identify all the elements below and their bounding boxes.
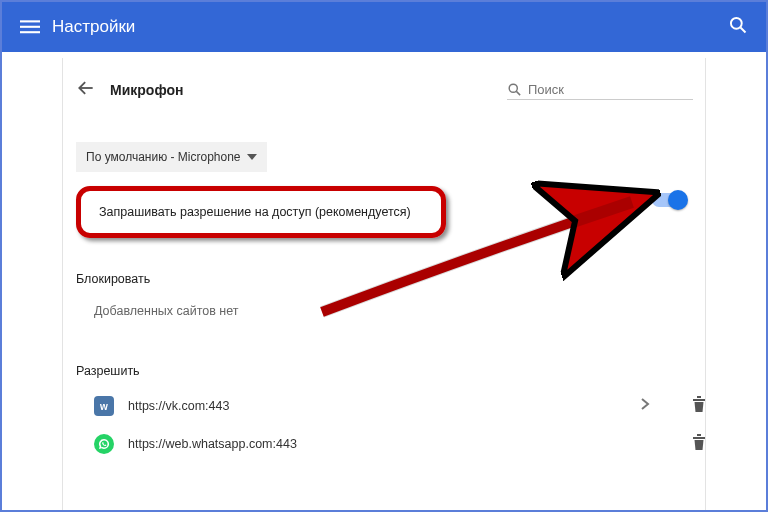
delete-icon[interactable] (692, 434, 706, 454)
app-bar: Настройки (2, 2, 766, 52)
ask-permission-label: Запрашивать разрешение на доступ (рекоме… (99, 205, 411, 219)
microphone-device-dropdown[interactable]: По умолчанию - Microphone (76, 142, 267, 172)
svg-rect-12 (697, 434, 701, 436)
site-url: https://vk.com:443 (128, 399, 632, 413)
allowed-site-row: w https://vk.com:443 (76, 396, 706, 416)
dropdown-label: По умолчанию - Microphone (86, 150, 241, 164)
svg-rect-2 (20, 31, 40, 33)
ask-permission-row: Запрашивать разрешение на доступ (рекоме… (76, 186, 446, 238)
chevron-right-icon[interactable] (640, 397, 650, 415)
app-bar-title: Настройки (52, 17, 135, 37)
allow-heading: Разрешить (76, 364, 706, 378)
back-arrow-icon[interactable] (76, 78, 96, 102)
block-heading: Блокировать (76, 272, 706, 286)
whatsapp-icon (94, 434, 114, 454)
svg-rect-0 (20, 20, 40, 22)
search-icon (507, 82, 522, 97)
divider (705, 58, 706, 510)
caret-down-icon (247, 152, 257, 162)
divider (62, 58, 63, 510)
svg-rect-11 (693, 437, 705, 439)
svg-rect-10 (697, 396, 701, 398)
search-icon[interactable] (728, 15, 748, 39)
ask-permission-toggle[interactable] (652, 193, 686, 207)
search-field[interactable] (507, 80, 693, 100)
delete-icon[interactable] (692, 396, 706, 416)
svg-line-6 (516, 91, 520, 95)
svg-rect-1 (20, 26, 40, 28)
svg-marker-8 (247, 154, 257, 160)
menu-icon[interactable] (20, 17, 40, 37)
toggle-knob (668, 190, 688, 210)
svg-point-3 (731, 18, 742, 29)
block-empty-text: Добавленных сайтов нет (94, 304, 706, 318)
svg-rect-9 (693, 399, 705, 401)
site-url: https://web.whatsapp.com:443 (128, 437, 632, 451)
allowed-site-row: https://web.whatsapp.com:443 (76, 434, 706, 454)
page-title: Микрофон (110, 82, 183, 98)
vk-icon: w (94, 396, 114, 416)
settings-window: Настройки Микрофон По умолчанию - Microp… (0, 0, 768, 512)
content-area: Микрофон По умолчанию - Microphone Запра… (2, 52, 766, 454)
svg-point-5 (509, 84, 517, 92)
svg-line-4 (741, 28, 746, 33)
search-input[interactable] (522, 82, 696, 97)
